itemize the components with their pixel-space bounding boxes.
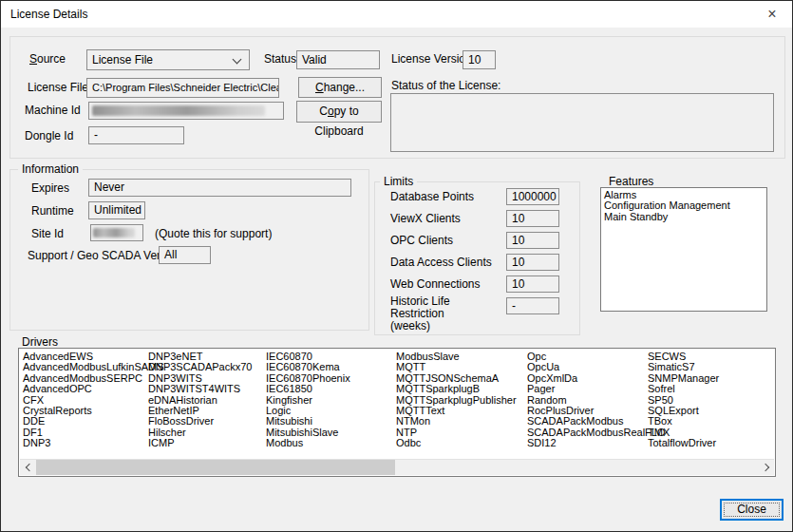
opc-clients-field: 10 [506, 232, 559, 249]
driver-item: Modbus [266, 438, 350, 448]
status-of-license-box [390, 93, 774, 152]
scroll-right-button[interactable] [758, 460, 774, 475]
chevron-down-icon [233, 55, 242, 65]
license-file-field: C:\Program Files\Schneider Electric\Clea… [86, 78, 279, 98]
machine-id-label: Machine Id [25, 104, 81, 117]
viewx-clients-label: ViewX Clients [390, 213, 461, 225]
change-button[interactable]: Change... [298, 77, 382, 98]
historic-life-restriction-label: Historic Life Restriction (weeks) [390, 295, 504, 332]
runtime-field: Unlimited [88, 201, 145, 219]
viewx-clients-field: 10 [506, 210, 559, 227]
support-version-field: All [159, 246, 211, 264]
site-id-field [90, 224, 143, 241]
site-id-note: (Quote this for support) [155, 228, 272, 240]
license-file-label: License File [28, 82, 88, 94]
scroll-left-button[interactable] [20, 460, 36, 475]
information-group-title: Information [18, 162, 83, 176]
database-points-label: Database Points [390, 191, 474, 203]
driver-item: DNP3 [23, 438, 164, 448]
driver-item: Pager [527, 384, 666, 394]
site-id-redacted-value [93, 228, 135, 238]
drivers-horizontal-scrollbar[interactable] [20, 459, 774, 475]
status-of-license-label: Status of the License: [391, 80, 500, 92]
dongle-id-field: - [88, 126, 184, 144]
drivers-column-1: AdvancedEWSAdvancedModbusLufkinSAMSAdvan… [23, 352, 164, 449]
dongle-id-label: Dongle Id [25, 130, 73, 142]
drivers-column-2: DNP3eNETDNP3SCADAPackx70DNP3WITSDNP3WITS… [148, 352, 252, 449]
window-close-icon[interactable]: × [758, 1, 786, 28]
expires-field: Never [88, 179, 351, 197]
scrollbar-thumb[interactable] [36, 460, 395, 475]
data-access-clients-field: 10 [506, 254, 559, 271]
machine-id-redacted-value [92, 105, 265, 116]
source-label: Source [29, 53, 66, 66]
drivers-listbox[interactable]: AdvancedEWSAdvancedModbusLufkinSAMSAdvan… [18, 348, 776, 477]
window-title: License Details [10, 8, 87, 21]
runtime-label: Runtime [31, 205, 74, 218]
drivers-column-5: OpcOpcUaOpcXmlDaPagerRandomRocPlusDriver… [527, 352, 666, 449]
historic-life-restriction-field: - [506, 297, 559, 314]
driver-item: DNP3WITST4WITS [148, 384, 252, 394]
limits-group-title: Limits [380, 175, 417, 188]
database-points-field: 1000000 [506, 188, 559, 205]
status-label: Status [264, 53, 296, 66]
scroll-left-icon [26, 464, 33, 471]
web-connections-label: Web Connections [390, 278, 481, 291]
drivers-column-4: ModbusSlaveMQTTMQTTJSONSchemaAMQTTSparkp… [396, 352, 517, 449]
driver-item: IEC61850 [266, 384, 350, 394]
status-field: Valid [296, 50, 380, 69]
drivers-column-3: IEC60870IEC60870KemaIEC60870PhoenixIEC61… [266, 352, 350, 449]
opc-clients-label: OPC Clients [390, 235, 453, 247]
feature-item: Main Standby [604, 212, 766, 222]
license-version-label: License Version [391, 53, 472, 66]
source-select-value: License File [92, 53, 153, 66]
web-connections-field: 10 [506, 276, 559, 293]
features-listbox[interactable]: AlarmsConfiguration ManagementMain Stand… [600, 187, 767, 312]
scroll-right-icon [762, 464, 769, 471]
license-version-field: 10 [463, 50, 496, 69]
title-bar: License Details × [1, 1, 792, 28]
source-select[interactable]: License File [86, 49, 250, 70]
drivers-column-6: SECWSSimaticS7SNMPManagerSofrelSP50SQLEx… [648, 352, 719, 449]
driver-item: Sofrel [648, 384, 719, 394]
close-button-label: Close [737, 503, 766, 516]
driver-item: ICMP [148, 438, 252, 448]
driver-item: SDI12 [527, 438, 666, 448]
close-button[interactable]: Close [720, 499, 784, 521]
copy-to-clipboard-button[interactable]: Copy to Clipboard [296, 101, 382, 123]
site-id-label: Site Id [31, 228, 64, 240]
machine-id-field [88, 102, 284, 120]
driver-item: DDE [23, 416, 164, 427]
driver-item: TotalflowDriver [648, 438, 719, 448]
driver-item: Odbc [396, 438, 517, 448]
license-details-dialog: License Details × Source License File St… [0, 0, 793, 532]
expires-label: Expires [31, 182, 69, 195]
driver-item: AdvancedOPC [23, 384, 164, 394]
driver-item: MQTTSparkplugB [396, 384, 517, 394]
data-access-clients-label: Data Access Clients [390, 256, 492, 269]
